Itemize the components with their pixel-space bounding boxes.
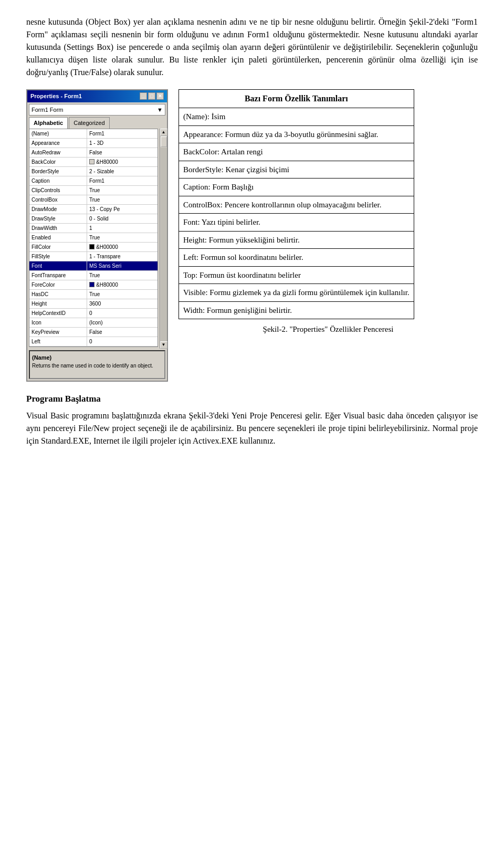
prop-row-backcolor[interactable]: BackColor &H80000 <box>29 158 158 167</box>
prop-row-helpcontextid[interactable]: HelpContextID 0 <box>29 309 158 318</box>
section-title: Programı Başlatma <box>26 392 478 406</box>
table-row: Height: Formun yüksekliğini belirtir. <box>179 231 414 249</box>
prop-row-autoredraw[interactable]: AutoRedraw False <box>29 148 158 158</box>
table-cell-left: Left: Formun sol koordinatını belirler. <box>179 249 414 267</box>
window-title: Properties - Form1 <box>30 92 82 101</box>
table-cell-width: Width: Formun genişliğini belirtir. <box>179 301 414 319</box>
prop-value-autoredraw: False <box>87 148 158 157</box>
table-row: BackColor: Artalan rengi <box>179 143 414 161</box>
prop-row-keypreview[interactable]: KeyPreview False <box>29 328 158 337</box>
table-row: Appearance: Formun düz ya da 3-boyutlu g… <box>179 125 414 143</box>
prop-name-label: BackColor <box>29 158 87 166</box>
prop-row-appearance[interactable]: Appearance 1 - 3D <box>29 139 158 148</box>
scroll-thumb[interactable] <box>161 136 167 147</box>
prop-row-fillcolor[interactable]: FillColor &H00000 <box>29 243 158 252</box>
prop-value-backcolor: &H80000 <box>87 158 158 166</box>
table-row: Width: Formun genişliğini belirtir. <box>179 301 414 319</box>
color-swatch <box>89 282 94 287</box>
prop-row-left[interactable]: Left 0 <box>29 337 158 346</box>
prop-row-height[interactable]: Height 3600 <box>29 299 158 309</box>
object-selector[interactable]: Form1 Form ▼ <box>29 104 165 116</box>
properties-table: (Name) Form1 Appearance 1 - 3D AutoRedra… <box>29 129 158 347</box>
table-row: BorderStyle: Kenar çizgisi biçimi <box>179 161 414 178</box>
titlebar-buttons: _ □ ✕ <box>140 92 164 100</box>
prop-row-forecolor[interactable]: ForeColor &H80000 <box>29 280 158 290</box>
prop-name-label: (Name) <box>29 129 87 138</box>
prop-row-font[interactable]: Font MS Sans Seri <box>29 261 158 271</box>
color-swatch <box>89 159 94 164</box>
table-cell-height: Height: Formun yüksekliğini belirtir. <box>179 231 414 249</box>
prop-row-fonttransparent[interactable]: FontTranspare True <box>29 271 158 280</box>
prop-row-borderstyle[interactable]: BorderStyle 2 - Sizable <box>29 167 158 176</box>
prop-value-caption: Form1 <box>87 176 158 185</box>
table-header-cell: Bazı Form Özellik Tanımları <box>179 90 414 108</box>
prop-name-label: ControlBox <box>29 195 87 204</box>
prop-row-drawmode[interactable]: DrawMode 13 - Copy Pe <box>29 205 158 214</box>
info-table: Bazı Form Özellik Tanımları (Name): İsim… <box>178 89 414 319</box>
prop-name-label: ClipControls <box>29 186 87 195</box>
prop-name-label: HelpContextID <box>29 309 87 318</box>
prop-row-controlbox[interactable]: ControlBox True <box>29 195 158 205</box>
prop-row-enabled[interactable]: Enabled True <box>29 233 158 243</box>
table-cell-visible: Visible: Formu gizlemek ya da gizli form… <box>179 284 414 302</box>
prop-value-left: 0 <box>87 337 158 346</box>
table-header-row: Bazı Form Özellik Tanımları <box>179 90 414 108</box>
prop-name-label: KeyPreview <box>29 328 87 337</box>
prop-value-borderstyle: 2 - Sizable <box>87 167 158 176</box>
prop-row-drawstyle[interactable]: DrawStyle 0 - Solid <box>29 214 158 224</box>
tab-alphabetic[interactable]: Alphabetic <box>29 117 68 129</box>
scroll-up-button[interactable]: ▲ <box>160 129 167 136</box>
prop-value-controlbox: True <box>87 195 158 204</box>
info-table-container: Bazı Form Özellik Tanımları (Name): İsim… <box>178 89 478 382</box>
prop-value-drawmode: 13 - Copy Pe <box>87 205 158 214</box>
prop-value-font: MS Sans Seri <box>87 261 158 270</box>
prop-name-label: Height <box>29 299 87 308</box>
prop-value-drawwidth: 1 <box>87 224 158 233</box>
prop-value-fillstyle: 1 - Transpare <box>87 252 158 261</box>
section2-text: Visual Basic programını başlattığınızda … <box>26 410 478 447</box>
vertical-scrollbar[interactable]: ▲ ▼ <box>160 129 167 349</box>
prop-name-label: Icon <box>29 318 87 327</box>
prop-row-hasdc[interactable]: HasDC True <box>29 290 158 299</box>
prop-name-label: FontTranspare <box>29 271 87 280</box>
table-cell-top: Top: Formun üst koordinatını belirler <box>179 266 414 284</box>
table-row: Font: Yazı tipini belirler. <box>179 214 414 232</box>
prop-name-label: BorderStyle <box>29 167 87 176</box>
prop-row-icon[interactable]: Icon (Icon) <box>29 318 158 328</box>
properties-table-inner: (Name) Form1 Appearance 1 - 3D AutoRedra… <box>27 129 160 349</box>
prop-value-hasdc: True <box>87 290 158 299</box>
prop-name-label: AutoRedraw <box>29 148 87 157</box>
desc-title: (Name) <box>32 353 162 362</box>
prop-row-name[interactable]: (Name) Form1 <box>29 129 158 139</box>
table-cell-name: (Name): İsim <box>179 108 414 126</box>
dropdown-arrow-icon: ▼ <box>157 106 163 114</box>
tab-categorized[interactable]: Categorized <box>69 117 109 129</box>
prop-row-clipcontrols[interactable]: ClipControls True <box>29 186 158 195</box>
minimize-button[interactable]: _ <box>140 92 147 100</box>
table-cell-controlbox: ControlBox: Pencere kontrollarının olup … <box>179 196 414 214</box>
prop-row-fillstyle[interactable]: FillStyle 1 - Transpare <box>29 252 158 261</box>
table-row: Caption: Form Başlığı <box>179 178 414 196</box>
prop-value-icon: (Icon) <box>87 318 158 327</box>
close-button[interactable]: ✕ <box>156 92 164 100</box>
properties-table-wrapper: (Name) Form1 Appearance 1 - 3D AutoRedra… <box>27 129 167 349</box>
table-cell-caption: Caption: Form Başlığı <box>179 178 414 196</box>
maximize-button[interactable]: □ <box>148 92 155 100</box>
prop-name-label: DrawWidth <box>29 224 87 233</box>
prop-value-name: Form1 <box>87 129 158 138</box>
table-cell-backcolor: BackColor: Artalan rengi <box>179 143 414 161</box>
description-box: (Name) Returns the name used in code to … <box>29 350 165 379</box>
tabs-row: Alphabetic Categorized <box>29 117 165 129</box>
prop-value-keypreview: False <box>87 328 158 337</box>
prop-name-label: Caption <box>29 176 87 185</box>
prop-row-drawwidth[interactable]: DrawWidth 1 <box>29 224 158 233</box>
scroll-down-button[interactable]: ▼ <box>160 341 167 349</box>
prop-name-label: Enabled <box>29 233 87 242</box>
table-cell-appearance: Appearance: Formun düz ya da 3-boyutlu g… <box>179 125 414 143</box>
prop-name-label: HasDC <box>29 290 87 299</box>
prop-value-fonttransparent: True <box>87 271 158 280</box>
prop-row-caption[interactable]: Caption Form1 <box>29 176 158 186</box>
table-row: ControlBox: Pencere kontrollarının olup … <box>179 196 414 214</box>
intro-paragraph: nesne kutusunda (Object Box) yer alan aç… <box>26 16 478 79</box>
object-selector-value: Form1 Form <box>32 106 64 114</box>
